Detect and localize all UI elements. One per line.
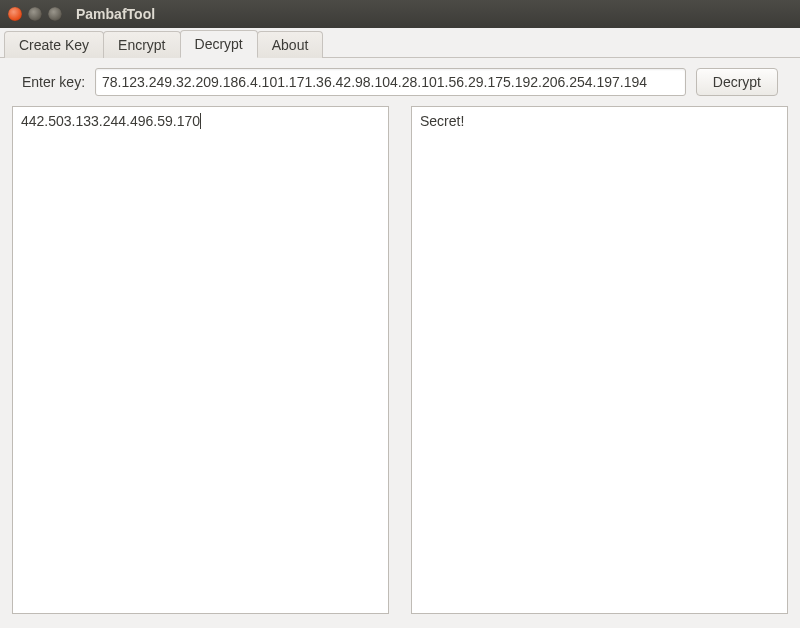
plaintext-pane: Secret! [411, 106, 788, 614]
decrypt-button[interactable]: Decrypt [696, 68, 778, 96]
tab-decrypt[interactable]: Decrypt [180, 30, 258, 58]
key-input[interactable] [95, 68, 686, 96]
titlebar: PambafTool [0, 0, 800, 28]
key-label: Enter key: [22, 74, 85, 90]
key-row: Enter key: Decrypt [10, 68, 790, 96]
tab-content-decrypt: Enter key: Decrypt 442.503.133.244.496.5… [0, 58, 800, 628]
plaintext-textarea[interactable]: Secret! [411, 106, 788, 614]
ciphertext-pane: 442.503.133.244.496.59.170 [12, 106, 389, 614]
text-caret-icon [200, 113, 201, 129]
ciphertext-textarea[interactable]: 442.503.133.244.496.59.170 [12, 106, 389, 614]
plaintext-value: Secret! [420, 113, 464, 129]
ciphertext-value: 442.503.133.244.496.59.170 [21, 113, 200, 129]
window-title: PambafTool [76, 6, 155, 22]
tab-about[interactable]: About [257, 31, 324, 58]
app-window: PambafTool Create Key Encrypt Decrypt Ab… [0, 0, 800, 628]
text-panes: 442.503.133.244.496.59.170 Secret! [10, 106, 790, 618]
maximize-icon[interactable] [48, 7, 62, 21]
tab-encrypt[interactable]: Encrypt [103, 31, 180, 58]
tab-create-key[interactable]: Create Key [4, 31, 104, 58]
window-controls [8, 7, 62, 21]
minimize-icon[interactable] [28, 7, 42, 21]
close-icon[interactable] [8, 7, 22, 21]
tab-bar: Create Key Encrypt Decrypt About [0, 28, 800, 58]
